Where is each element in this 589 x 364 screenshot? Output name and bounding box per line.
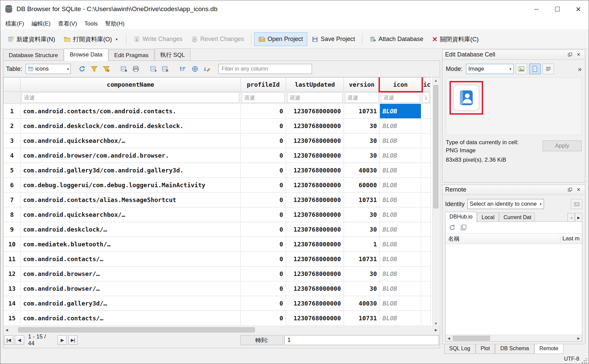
last-updated-cell[interactable]: 1230768000000 bbox=[286, 119, 344, 133]
menu-edit[interactable]: 編輯(E) bbox=[28, 18, 54, 29]
filter-lastUpdated-input[interactable] bbox=[287, 92, 343, 103]
component-name-cell[interactable]: com.android.gallery3d/com.android.galler… bbox=[21, 163, 241, 178]
icon-blob-cell[interactable]: BLOB bbox=[380, 133, 421, 148]
identity-settings-button[interactable] bbox=[571, 199, 582, 209]
icon-blob-cell[interactable]: BLOB bbox=[380, 222, 421, 237]
last-updated-cell[interactable]: 1230768000000 bbox=[286, 178, 344, 193]
float-panel-button[interactable] bbox=[565, 51, 574, 59]
version-cell[interactable]: 10731 bbox=[344, 104, 380, 119]
table-row[interactable]: 11 com.android.contacts/… 0 123076800000… bbox=[4, 252, 431, 267]
remote-refresh-button[interactable] bbox=[447, 223, 457, 232]
table-row[interactable]: 9 com.android.deskclock/… 0 123076800000… bbox=[4, 222, 431, 237]
last-updated-cell[interactable]: 1230768000000 bbox=[286, 311, 344, 326]
profile-id-cell[interactable]: 0 bbox=[241, 148, 286, 163]
remote-scroll-right-icon[interactable]: ▶ bbox=[575, 335, 582, 341]
version-cell[interactable]: 30 bbox=[344, 267, 380, 281]
word-wrap-button[interactable] bbox=[543, 64, 554, 74]
version-cell[interactable]: 1 bbox=[344, 237, 380, 252]
open-project-button[interactable]: Open Project bbox=[254, 32, 307, 46]
scroll-up-icon[interactable]: ▲ bbox=[433, 77, 439, 83]
horizontal-scrollbar[interactable]: ◀ ▶ bbox=[3, 326, 439, 333]
profile-id-cell[interactable]: 0 bbox=[241, 222, 286, 237]
corner-header-cell[interactable] bbox=[4, 78, 21, 92]
mode-select[interactable]: Image ▾ bbox=[466, 64, 514, 74]
filter-version-input[interactable] bbox=[345, 92, 379, 103]
last-updated-cell[interactable]: 1230768000000 bbox=[286, 163, 344, 178]
remote-table-empty[interactable] bbox=[445, 244, 582, 335]
dock-tab-db-schema[interactable]: DB Schema bbox=[495, 344, 534, 354]
text-view-button[interactable] bbox=[529, 64, 541, 74]
row-number-cell[interactable]: 3 bbox=[4, 133, 21, 148]
component-name-cell[interactable]: com.android.contacts/… bbox=[21, 252, 241, 267]
profile-id-cell[interactable]: 0 bbox=[241, 104, 286, 119]
row-number-cell[interactable]: 15 bbox=[4, 311, 21, 326]
insert-record-dropdown-icon[interactable]: ▾ bbox=[125, 69, 127, 74]
remote-panel-header[interactable]: Remote × bbox=[442, 185, 585, 195]
icon-blob-cell[interactable]: BLOB bbox=[380, 281, 421, 296]
row-number-cell[interactable]: 7 bbox=[4, 193, 21, 207]
extra-cell[interactable] bbox=[421, 193, 431, 207]
grid-scroll-area[interactable]: componentName profileId lastUpdated vers… bbox=[3, 77, 432, 326]
last-updated-cell[interactable]: 1230768000000 bbox=[286, 267, 344, 281]
dock-tab-plot[interactable]: Plot bbox=[476, 344, 495, 354]
version-cell[interactable]: 10731 bbox=[344, 311, 380, 326]
duplicate-record-button[interactable]: ▾ bbox=[148, 64, 159, 74]
close-database-button[interactable]: ✕ 關閉資料庫(C) bbox=[428, 32, 483, 47]
scroll-right-icon[interactable]: ▶ bbox=[433, 327, 439, 333]
profile-id-cell[interactable]: 0 bbox=[241, 119, 286, 133]
remote-name-header[interactable]: 名稱 bbox=[445, 235, 560, 243]
menu-file[interactable]: 檔案(F) bbox=[2, 18, 28, 29]
apply-button[interactable]: Apply bbox=[543, 140, 582, 151]
last-updated-cell[interactable]: 1230768000000 bbox=[286, 281, 344, 296]
version-cell[interactable]: 30 bbox=[344, 222, 380, 237]
column-header-lastUpdated[interactable]: lastUpdated bbox=[286, 78, 344, 92]
extra-cell[interactable] bbox=[421, 163, 431, 178]
next-page-button[interactable]: ▶ bbox=[57, 335, 67, 345]
last-updated-cell[interactable]: 1230768000000 bbox=[286, 252, 344, 267]
column-header-profileId[interactable]: profileId bbox=[241, 78, 286, 92]
icon-blob-cell[interactable]: BLOB bbox=[380, 207, 421, 222]
row-number-cell[interactable]: 13 bbox=[4, 281, 21, 296]
extra-cell[interactable] bbox=[421, 281, 431, 296]
column-header-icon[interactable]: icon bbox=[380, 78, 421, 92]
profile-id-cell[interactable]: 0 bbox=[241, 296, 286, 311]
remote-tab-local[interactable]: Local bbox=[477, 212, 499, 222]
profile-id-cell[interactable]: 0 bbox=[241, 267, 286, 281]
table-row[interactable]: 14 com.android.gallery3d/… 0 12307680000… bbox=[4, 296, 431, 311]
component-name-cell[interactable]: com.android.contacts/com.android.contact… bbox=[21, 104, 241, 119]
component-name-cell[interactable]: com.mediatek.bluetooth/… bbox=[21, 237, 241, 252]
filter-partial-input[interactable] bbox=[422, 92, 429, 103]
profile-id-cell[interactable]: 0 bbox=[241, 281, 286, 296]
extra-cell[interactable] bbox=[421, 119, 431, 133]
tab-database-structure[interactable]: Database Structure bbox=[3, 49, 64, 61]
last-updated-cell[interactable]: 1230768000000 bbox=[286, 148, 344, 163]
table-row[interactable]: 15 com.android.contacts/… 0 123076800000… bbox=[4, 311, 431, 326]
table-row[interactable]: 5 com.android.gallery3d/com.android.gall… bbox=[4, 163, 431, 178]
print-button[interactable] bbox=[130, 64, 141, 74]
remote-last-modified-header[interactable]: Last m bbox=[560, 235, 582, 242]
component-name-cell[interactable]: com.android.browser/… bbox=[21, 267, 241, 281]
row-number-cell[interactable]: 5 bbox=[4, 163, 21, 178]
close-button[interactable]: × bbox=[568, 0, 589, 18]
table-row[interactable]: 4 com.android.browser/com.android.browse… bbox=[4, 148, 431, 163]
new-database-button[interactable]: 新建資料庫(N) bbox=[3, 32, 60, 47]
column-header-version[interactable]: version bbox=[344, 78, 380, 92]
profile-id-cell[interactable]: 0 bbox=[241, 311, 286, 326]
version-cell[interactable]: 30 bbox=[344, 207, 380, 222]
component-name-cell[interactable]: com.android.browser/com.android.browser. bbox=[21, 148, 241, 163]
last-updated-cell[interactable]: 1230768000000 bbox=[286, 222, 344, 237]
extra-cell[interactable] bbox=[421, 296, 431, 311]
freeze-columns-button[interactable] bbox=[190, 64, 200, 74]
icon-blob-cell[interactable]: BLOB bbox=[380, 163, 421, 178]
table-row[interactable]: 10 com.mediatek.bluetooth/… 0 1230768000… bbox=[4, 237, 431, 252]
extra-cell[interactable] bbox=[421, 207, 431, 222]
blob-image-tile[interactable] bbox=[454, 85, 479, 110]
goto-button[interactable]: 轉到: bbox=[240, 335, 283, 345]
table-row[interactable]: 13 com.android.browser/… 0 1230768000000… bbox=[4, 281, 431, 296]
extra-cell[interactable] bbox=[421, 311, 431, 326]
horizontal-scroll-thumb[interactable] bbox=[18, 327, 255, 332]
last-updated-cell[interactable]: 1230768000000 bbox=[286, 193, 344, 207]
icon-blob-cell[interactable]: BLOB bbox=[380, 252, 421, 267]
extra-cell[interactable] bbox=[421, 267, 431, 281]
first-page-button[interactable]: |◀ bbox=[4, 335, 13, 345]
